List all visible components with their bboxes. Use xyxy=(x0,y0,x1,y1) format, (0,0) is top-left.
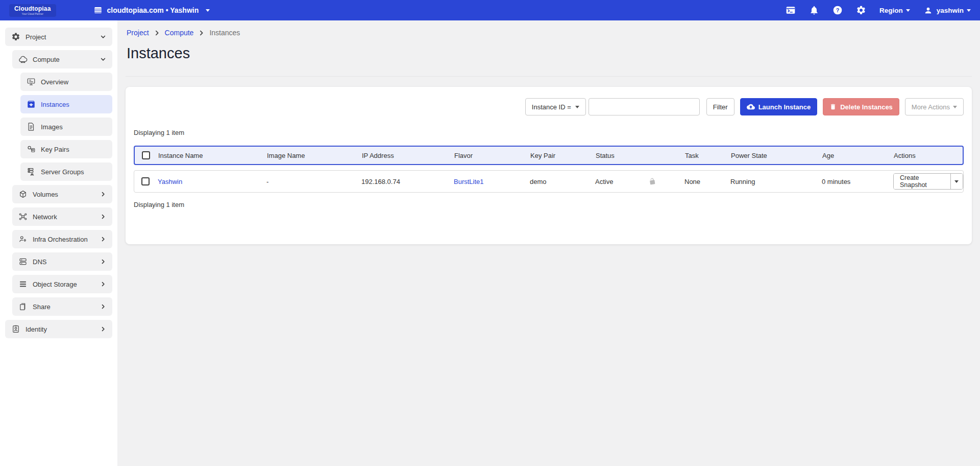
domain-project-switcher[interactable]: cloudtopiaa.com • Yashwin xyxy=(93,5,210,15)
filter-button[interactable]: Filter xyxy=(706,98,734,115)
chevron-right-icon xyxy=(100,304,106,310)
chevron-right-icon xyxy=(100,281,106,287)
sidebar-item-project[interactable]: Project xyxy=(5,28,112,46)
items-summary-bottom: Displaying 1 item xyxy=(134,201,964,208)
chevron-down-icon xyxy=(206,9,210,12)
chevron-right-icon xyxy=(199,30,204,36)
network-icon xyxy=(18,212,28,221)
chevron-right-icon xyxy=(100,326,106,332)
column-header-task: Task xyxy=(685,152,731,159)
chevron-right-icon xyxy=(100,191,106,197)
sidebar-item-infra-orchestration[interactable]: Infra Orchestration xyxy=(12,230,112,248)
column-header-instance-name: Instance Name xyxy=(158,152,267,159)
launch-instance-button[interactable]: Launch Instance xyxy=(740,98,818,115)
bell-icon[interactable] xyxy=(809,5,819,15)
sidebar-item-identity[interactable]: Identity xyxy=(5,320,112,338)
create-snapshot-button[interactable]: Create Snapshot xyxy=(894,174,950,189)
chevron-down-icon xyxy=(954,180,959,183)
sidebar-item-label: Project xyxy=(26,33,46,41)
sidebar-item-overview[interactable]: Overview xyxy=(20,73,112,91)
more-actions-label: More Actions xyxy=(912,103,950,111)
launch-instance-label: Launch Instance xyxy=(758,103,811,111)
user-icon xyxy=(923,5,934,15)
sidebar-item-object-storage[interactable]: Object Storage xyxy=(12,275,112,293)
column-header-actions: Actions xyxy=(894,152,963,159)
server-group-icon xyxy=(27,167,36,176)
trash-icon xyxy=(829,103,837,110)
page-title: Instances xyxy=(127,45,971,62)
breadcrumb: Project Compute Instances xyxy=(127,29,971,37)
region-label: Region xyxy=(879,7,903,14)
chevron-down-icon xyxy=(967,9,971,12)
user-menu[interactable]: yashwin xyxy=(923,5,971,15)
sidebar-item-key-pairs[interactable]: Key Pairs xyxy=(20,140,112,158)
sidebar-item-label: Network xyxy=(33,213,57,221)
instance-box-icon xyxy=(27,100,36,109)
chevron-down-icon xyxy=(100,56,106,62)
more-actions-dropdown[interactable]: More Actions xyxy=(905,98,964,115)
column-header-image-name: Image Name xyxy=(267,152,362,159)
monitor-icon xyxy=(27,77,36,86)
chevron-down-icon xyxy=(953,106,957,108)
breadcrumb-compute[interactable]: Compute xyxy=(165,29,194,37)
filter-type-label: Instance ID = xyxy=(532,103,571,111)
document-icon xyxy=(27,122,36,131)
ip-address-value: 192.168.0.74 xyxy=(361,178,454,185)
sidebar-item-label: Instances xyxy=(41,101,69,108)
sidebar-item-share[interactable]: Share xyxy=(12,297,112,316)
row-checkbox[interactable] xyxy=(141,177,150,185)
column-header-status: Status xyxy=(596,152,685,159)
column-header-flavor: Flavor xyxy=(454,152,530,159)
cloud-upload-icon xyxy=(747,103,755,111)
column-header-power-state: Power State xyxy=(731,152,822,159)
chevron-down-icon xyxy=(575,106,579,108)
table-header-row: Instance Name Image Name IP Address Flav… xyxy=(134,146,964,165)
task-value: None xyxy=(684,178,730,185)
context-label: cloudtopiaa.com • Yashwin xyxy=(107,6,199,14)
instance-name-link[interactable]: Yashwin xyxy=(158,178,182,185)
row-actions-split-button: Create Snapshot xyxy=(893,173,963,190)
server-stack-icon xyxy=(18,257,28,266)
sidebar-item-server-groups[interactable]: Server Groups xyxy=(20,162,112,181)
column-header-ip-address: IP Address xyxy=(362,152,454,159)
gear-icon[interactable] xyxy=(856,5,866,15)
cube-icon xyxy=(18,190,28,199)
console-icon[interactable] xyxy=(786,5,796,15)
lock-open-icon xyxy=(649,177,657,185)
sidebar-item-instances[interactable]: Instances xyxy=(20,95,112,113)
key-icon xyxy=(27,145,36,154)
sidebar-item-dns[interactable]: DNS xyxy=(12,252,112,271)
cloud-icon xyxy=(18,55,28,64)
items-summary-top: Displaying 1 item xyxy=(134,129,964,136)
delete-instances-button[interactable]: Delete Instances xyxy=(823,98,899,115)
image-name-value: - xyxy=(266,178,361,185)
sidebar-item-images[interactable]: Images xyxy=(20,118,112,136)
sidebar-item-network[interactable]: Network xyxy=(12,207,112,226)
sidebar-item-compute[interactable]: Compute xyxy=(12,50,112,68)
brand-logo[interactable]: Cloudtopiaa Your Cloud Partner xyxy=(9,4,56,17)
chevron-right-icon xyxy=(100,214,106,220)
sidebar-item-label: Compute xyxy=(33,56,60,63)
breadcrumb-project[interactable]: Project xyxy=(127,29,149,37)
help-icon[interactable]: ? xyxy=(832,5,843,15)
svg-text:?: ? xyxy=(836,7,840,13)
sidebar-item-label: Volumes xyxy=(33,191,58,198)
power-state-value: Running xyxy=(730,178,822,185)
chevron-down-icon xyxy=(100,34,106,40)
filter-search-input[interactable] xyxy=(589,98,700,115)
region-selector[interactable]: Region xyxy=(879,7,910,14)
sidebar-item-volumes[interactable]: Volumes xyxy=(12,185,112,203)
filter-type-dropdown[interactable]: Instance ID = xyxy=(525,98,586,115)
select-all-checkbox[interactable] xyxy=(142,151,150,159)
user-gear-icon xyxy=(18,235,28,244)
age-value: 0 minutes xyxy=(822,178,893,185)
page-header: Project Compute Instances Instances xyxy=(126,20,972,77)
flavor-link[interactable]: BurstLite1 xyxy=(454,178,484,185)
sidebar-item-label: Object Storage xyxy=(33,281,77,288)
list-icon xyxy=(18,279,28,289)
id-badge-icon xyxy=(11,324,20,334)
row-actions-caret-button[interactable] xyxy=(950,174,963,189)
project-gear-icon xyxy=(11,32,20,41)
chevron-right-icon xyxy=(100,236,106,242)
sidebar-item-label: DNS xyxy=(33,258,46,266)
